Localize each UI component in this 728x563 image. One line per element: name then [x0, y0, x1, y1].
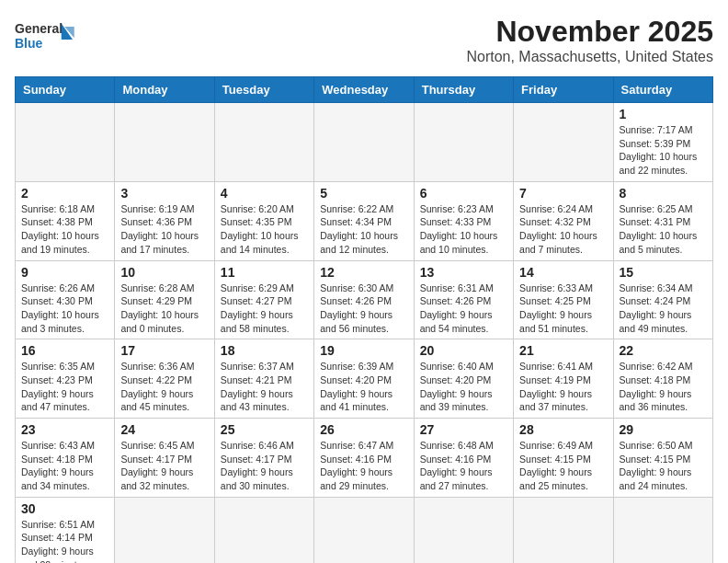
calendar-cell [514, 497, 613, 563]
weekday-header-saturday: Saturday [613, 77, 712, 103]
calendar-cell: 21Sunrise: 6:41 AM Sunset: 4:19 PM Dayli… [514, 339, 613, 419]
day-number: 18 [221, 343, 308, 358]
day-info: Sunrise: 6:46 AM Sunset: 4:17 PM Dayligh… [221, 439, 308, 493]
calendar-week-row: 2Sunrise: 6:18 AM Sunset: 4:38 PM Daylig… [16, 181, 713, 260]
day-info: Sunrise: 6:49 AM Sunset: 4:15 PM Dayligh… [519, 439, 607, 493]
page-header: General Blue November 2025 Norton, Massa… [15, 15, 713, 65]
day-info: Sunrise: 6:43 AM Sunset: 4:18 PM Dayligh… [21, 439, 108, 493]
calendar-cell: 10Sunrise: 6:28 AM Sunset: 4:29 PM Dayli… [115, 260, 214, 339]
day-number: 16 [21, 343, 108, 358]
day-number: 9 [21, 265, 108, 280]
calendar-week-row: 23Sunrise: 6:43 AM Sunset: 4:18 PM Dayli… [16, 419, 713, 498]
calendar-cell [115, 103, 214, 182]
day-info: Sunrise: 6:18 AM Sunset: 4:38 PM Dayligh… [21, 202, 108, 257]
calendar-cell [613, 497, 712, 563]
day-number: 4 [221, 186, 308, 201]
calendar-cell [414, 497, 513, 563]
day-info: Sunrise: 6:24 AM Sunset: 4:32 PM Dayligh… [519, 202, 607, 257]
day-number: 8 [620, 186, 707, 201]
logo-icon: General Blue [15, 15, 79, 56]
day-info: Sunrise: 6:29 AM Sunset: 4:27 PM Dayligh… [221, 282, 308, 336]
calendar-cell: 6Sunrise: 6:23 AM Sunset: 4:33 PM Daylig… [414, 181, 513, 260]
day-info: Sunrise: 6:51 AM Sunset: 4:14 PM Dayligh… [21, 518, 108, 563]
calendar-cell: 22Sunrise: 6:42 AM Sunset: 4:18 PM Dayli… [613, 339, 712, 419]
calendar-cell [214, 497, 313, 563]
calendar-cell: 28Sunrise: 6:49 AM Sunset: 4:15 PM Dayli… [514, 419, 613, 498]
calendar-cell [16, 103, 115, 182]
calendar-week-row: 9Sunrise: 6:26 AM Sunset: 4:30 PM Daylig… [16, 260, 713, 339]
day-info: Sunrise: 6:45 AM Sunset: 4:17 PM Dayligh… [120, 439, 208, 493]
weekday-header-row: SundayMondayTuesdayWednesdayThursdayFrid… [16, 77, 713, 103]
day-info: Sunrise: 6:26 AM Sunset: 4:30 PM Dayligh… [21, 282, 108, 336]
day-number: 6 [420, 186, 507, 201]
calendar-cell: 15Sunrise: 6:34 AM Sunset: 4:24 PM Dayli… [613, 260, 712, 339]
day-number: 13 [420, 265, 507, 280]
day-info: Sunrise: 6:20 AM Sunset: 4:35 PM Dayligh… [221, 202, 308, 257]
day-info: Sunrise: 6:22 AM Sunset: 4:34 PM Dayligh… [320, 202, 407, 257]
calendar-cell: 4Sunrise: 6:20 AM Sunset: 4:35 PM Daylig… [214, 181, 313, 260]
day-info: Sunrise: 6:37 AM Sunset: 4:21 PM Dayligh… [221, 360, 308, 414]
calendar-cell: 30Sunrise: 6:51 AM Sunset: 4:14 PM Dayli… [16, 497, 115, 563]
day-number: 7 [519, 186, 607, 201]
location-title: Norton, Massachusetts, United States [466, 49, 713, 65]
calendar-cell: 2Sunrise: 6:18 AM Sunset: 4:38 PM Daylig… [16, 181, 115, 260]
day-number: 19 [320, 343, 407, 358]
calendar-cell: 5Sunrise: 6:22 AM Sunset: 4:34 PM Daylig… [314, 181, 414, 260]
weekday-header-tuesday: Tuesday [214, 77, 313, 103]
day-info: Sunrise: 6:19 AM Sunset: 4:36 PM Dayligh… [120, 202, 208, 257]
day-number: 23 [21, 422, 108, 437]
day-number: 21 [519, 343, 607, 358]
day-info: Sunrise: 6:25 AM Sunset: 4:31 PM Dayligh… [620, 202, 707, 257]
calendar-cell: 8Sunrise: 6:25 AM Sunset: 4:31 PM Daylig… [613, 181, 712, 260]
calendar-cell: 20Sunrise: 6:40 AM Sunset: 4:20 PM Dayli… [414, 339, 513, 419]
calendar-cell: 23Sunrise: 6:43 AM Sunset: 4:18 PM Dayli… [16, 419, 115, 498]
day-number: 28 [519, 422, 607, 437]
calendar-cell: 1Sunrise: 7:17 AM Sunset: 5:39 PM Daylig… [613, 103, 712, 182]
weekday-header-friday: Friday [514, 77, 613, 103]
day-number: 27 [420, 422, 507, 437]
calendar-cell [414, 103, 513, 182]
day-info: Sunrise: 6:47 AM Sunset: 4:16 PM Dayligh… [320, 439, 407, 493]
calendar-cell: 25Sunrise: 6:46 AM Sunset: 4:17 PM Dayli… [214, 419, 313, 498]
day-info: Sunrise: 6:28 AM Sunset: 4:29 PM Dayligh… [120, 282, 208, 336]
day-info: Sunrise: 6:40 AM Sunset: 4:20 PM Dayligh… [420, 360, 507, 414]
calendar-cell [115, 497, 214, 563]
day-number: 26 [320, 422, 407, 437]
title-area: November 2025 Norton, Massachusetts, Uni… [466, 15, 713, 65]
day-number: 24 [120, 422, 208, 437]
calendar-cell [214, 103, 313, 182]
calendar-cell: 3Sunrise: 6:19 AM Sunset: 4:36 PM Daylig… [115, 181, 214, 260]
calendar-cell: 14Sunrise: 6:33 AM Sunset: 4:25 PM Dayli… [514, 260, 613, 339]
day-info: Sunrise: 6:34 AM Sunset: 4:24 PM Dayligh… [620, 282, 707, 336]
calendar-table: SundayMondayTuesdayWednesdayThursdayFrid… [15, 76, 713, 563]
calendar-cell: 29Sunrise: 6:50 AM Sunset: 4:15 PM Dayli… [613, 419, 712, 498]
svg-text:General: General [15, 21, 63, 36]
day-info: Sunrise: 7:17 AM Sunset: 5:39 PM Dayligh… [620, 123, 707, 178]
day-number: 17 [120, 343, 208, 358]
calendar-week-row: 16Sunrise: 6:35 AM Sunset: 4:23 PM Dayli… [16, 339, 713, 419]
day-number: 3 [120, 186, 208, 201]
day-info: Sunrise: 6:30 AM Sunset: 4:26 PM Dayligh… [320, 282, 407, 336]
calendar-cell: 16Sunrise: 6:35 AM Sunset: 4:23 PM Dayli… [16, 339, 115, 419]
calendar-cell: 12Sunrise: 6:30 AM Sunset: 4:26 PM Dayli… [314, 260, 414, 339]
day-info: Sunrise: 6:39 AM Sunset: 4:20 PM Dayligh… [320, 360, 407, 414]
day-number: 20 [420, 343, 507, 358]
day-number: 25 [221, 422, 308, 437]
day-info: Sunrise: 6:35 AM Sunset: 4:23 PM Dayligh… [21, 360, 108, 414]
day-number: 10 [120, 265, 208, 280]
day-number: 14 [519, 265, 607, 280]
day-info: Sunrise: 6:36 AM Sunset: 4:22 PM Dayligh… [120, 360, 208, 414]
calendar-cell [314, 103, 414, 182]
day-number: 5 [320, 186, 407, 201]
day-number: 30 [21, 501, 108, 516]
day-number: 1 [620, 107, 707, 121]
calendar-cell: 9Sunrise: 6:26 AM Sunset: 4:30 PM Daylig… [16, 260, 115, 339]
calendar-week-row: 1Sunrise: 7:17 AM Sunset: 5:39 PM Daylig… [16, 103, 713, 182]
calendar-cell: 19Sunrise: 6:39 AM Sunset: 4:20 PM Dayli… [314, 339, 414, 419]
weekday-header-monday: Monday [115, 77, 214, 103]
calendar-cell: 26Sunrise: 6:47 AM Sunset: 4:16 PM Dayli… [314, 419, 414, 498]
weekday-header-sunday: Sunday [16, 77, 115, 103]
day-info: Sunrise: 6:23 AM Sunset: 4:33 PM Dayligh… [420, 202, 507, 257]
day-info: Sunrise: 6:31 AM Sunset: 4:26 PM Dayligh… [420, 282, 507, 336]
day-info: Sunrise: 6:50 AM Sunset: 4:15 PM Dayligh… [620, 439, 707, 493]
